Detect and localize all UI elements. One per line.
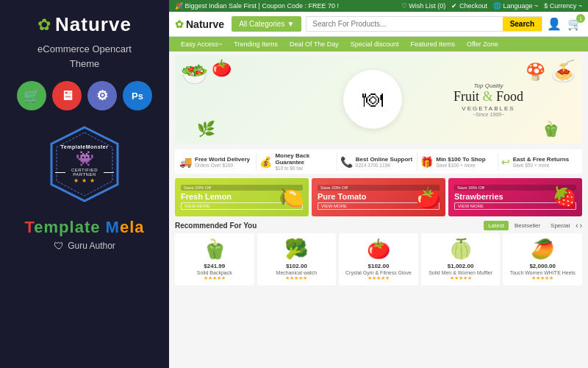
tab-special[interactable]: Special	[546, 221, 574, 230]
product-icon-2: 🍅	[343, 238, 414, 261]
header-nav: ✿ Naturve All Categories ▼ Search 👤 🛒 1	[169, 12, 588, 37]
feature-support-title: Best Online Support	[356, 156, 412, 163]
moneyback-icon: 💰	[259, 156, 272, 168]
product-icon-0: 🫑	[179, 238, 250, 261]
minshop-icon: 🎁	[420, 156, 433, 168]
feature-support: 📞 Best Online Support 0224 3700 1198	[340, 152, 417, 171]
guru-author-text: Guru Author	[68, 241, 115, 251]
product-card-4[interactable]: 🥭 $2,000.00 Touch Women WHITE Heels ★★★★…	[503, 233, 582, 286]
hero-banner: 🥗 🍅 🌿 🍽 🍝 🍄 🫑 Top Quality Fruit & Food V…	[175, 55, 582, 144]
strawberry-emoji: 🍓	[552, 185, 578, 210]
search-button[interactable]: Search	[503, 17, 542, 31]
badge-inner: TemplateMonster 👾 CERTIFIED PARTNER ★ ★ …	[55, 144, 114, 184]
feature-returns-title: East & Free Returns	[513, 156, 569, 163]
hero-tomatoes-icon: 🍅	[212, 59, 232, 78]
promo-text: 🎉 Biggest Indian Sale First | Coupon Cod…	[175, 2, 339, 10]
search-bar: Search	[306, 16, 542, 32]
tab-latest[interactable]: Latest	[484, 221, 509, 230]
lemon-emoji: 🍋	[279, 185, 304, 210]
product-price-3: $1,002.00	[426, 263, 496, 269]
product-name-4: Touch Women WHITE Heels	[507, 270, 578, 275]
product-icon-4: 🥭	[507, 238, 578, 261]
hero-pepper-icon: 🫑	[542, 120, 560, 138]
feature-moneyback-desc: $10 to $0 tax	[275, 166, 333, 171]
product-price-2: $102.00	[343, 263, 414, 269]
topbar-right: ♡ Wish List (0) ✔ Checkout 🌐 Language ~ …	[401, 2, 582, 10]
hero-main-title: Fruit & Food	[453, 89, 523, 105]
nav-logo-text: Naturve	[186, 18, 224, 30]
features-row: 🚚 Free World Delivery Orders Over $100 💰…	[175, 149, 582, 174]
template-monster-badge: TemplateMonster 👾 CERTIFIED PARTNER ★ ★ …	[48, 124, 121, 209]
catnav-item-1[interactable]: Trending Items	[228, 37, 284, 52]
feature-minshop-title: Min $100 To Shop	[436, 156, 485, 163]
tech-icon-row: 🛒 🖥 ⚙ Ps	[17, 81, 152, 110]
hero-herb-icon: 🌿	[197, 120, 215, 138]
hero-since-text: ~Since 1969~	[453, 111, 523, 116]
tm-t: T	[25, 218, 35, 236]
product-card-0[interactable]: 🫑 $241.99 Solid Backpack ★★★★★	[175, 233, 254, 286]
checkout-link[interactable]: ✔ Checkout	[451, 2, 487, 10]
promo-lemon: Save 20% Off Fresh Lemon VIEW MORE 🍋	[175, 178, 309, 216]
feature-minshop: 🎁 Min $100 To Shop Save $100 + more	[420, 152, 498, 171]
feature-support-desc: 0224 3700 1198	[356, 163, 412, 168]
product-name-0: Solid Backpack	[179, 270, 250, 275]
shield-icon: 🛡	[54, 240, 64, 252]
product-card-3[interactable]: 🍈 $1,002.00 Solid Men & Women Muffler ★★…	[421, 233, 501, 286]
feature-moneyback: 💰 Money Back Guarantee $10 to $0 tax	[259, 152, 337, 171]
feature-moneyback-text: Money Back Guarantee $10 to $0 tax	[275, 152, 333, 171]
hero-pasta-icon: 🍝	[551, 59, 576, 83]
catnav-item-3[interactable]: Special discount	[345, 37, 405, 52]
catnav-item-0[interactable]: Easy Access~	[175, 37, 228, 52]
catnav-item-5[interactable]: Offer Zone	[461, 37, 504, 52]
tm-m: M	[106, 218, 120, 236]
template-mela-logo: Template Mela	[25, 218, 145, 237]
catnav-item-4[interactable]: Featured Items	[404, 37, 461, 52]
feature-delivery-title: Free World Delivery	[195, 156, 250, 163]
feature-delivery-text: Free World Delivery Orders Over $100	[195, 156, 250, 168]
feature-delivery: 🚚 Free World Delivery Orders Over $100	[179, 152, 257, 171]
cart-icon-button[interactable]: 🛒 1	[567, 17, 582, 31]
hero-food-text: Food	[496, 89, 523, 104]
next-arrow-icon[interactable]: ›	[580, 222, 582, 230]
wishlist-link[interactable]: ♡ Wish List (0)	[401, 2, 446, 10]
promo-row: Save 20% Off Fresh Lemon VIEW MORE 🍋 Sav…	[175, 178, 582, 216]
hero-ampersand: &	[482, 89, 492, 104]
product-card-1[interactable]: 🥦 $102.00 Mechanical watch ★★★★★	[257, 233, 337, 286]
product-row: 🫑 $241.99 Solid Backpack ★★★★★ 🥦 $102.00…	[175, 233, 582, 286]
user-icon-button[interactable]: 👤	[547, 17, 562, 31]
hero-plate: 🍽	[343, 70, 402, 129]
sidebar-subtitle: eCommerce OpencartTheme	[37, 42, 132, 71]
search-input[interactable]	[306, 17, 502, 31]
star-rating: ★ ★ ★	[55, 177, 114, 184]
guru-author-label: 🛡 Guru Author	[54, 240, 115, 252]
monster-icon: 👾	[55, 149, 114, 167]
photoshop-icon: Ps	[123, 81, 152, 110]
sidebar-logo-text: Naturve	[55, 13, 132, 36]
feature-returns-desc: Save $50 + more	[513, 163, 569, 168]
feature-delivery-desc: Orders Over $100	[195, 163, 250, 168]
recommended-section: Recommended For You Latest Bestseller Sp…	[175, 221, 582, 286]
certified-partner-text: CERTIFIED PARTNER	[55, 168, 114, 177]
support-icon: 📞	[340, 156, 353, 168]
catnav-item-2[interactable]: Deal Of The Day	[284, 37, 345, 52]
category-nav: Easy Access~ Trending Items Deal Of The …	[169, 37, 588, 52]
feature-returns: ↩ East & Free Returns Save $50 + more	[501, 152, 578, 171]
hero-top-quality: Top Quality	[453, 82, 523, 89]
feature-moneyback-title: Money Back Guarantee	[275, 152, 333, 166]
product-card-2[interactable]: 🍅 $102.00 Crystal Gym & Fitness Glove ★★…	[339, 233, 418, 286]
prev-arrow-icon[interactable]: ‹	[576, 222, 578, 230]
layers-icon: ⚙	[87, 81, 117, 110]
promo-tomato: Save 20% Off Pure Tomato VIEW MORE 🍅	[312, 178, 445, 216]
top-bar: 🎉 Biggest Indian Sale First | Coupon Cod…	[169, 0, 588, 12]
product-name-1: Mechanical watch	[262, 270, 332, 275]
promo-strawberry: Save 30% Off Strawberries VIEW MORE 🍓	[448, 178, 582, 216]
language-selector[interactable]: 🌐 Language ~	[493, 2, 538, 10]
leaf-icon: ✿	[37, 15, 51, 35]
all-categories-button[interactable]: All Categories ▼	[232, 16, 301, 32]
feature-minshop-desc: Save $100 + more	[436, 163, 485, 168]
hero-veg-left-icon: 🥗	[181, 61, 208, 87]
tab-bestseller[interactable]: Bestseller	[510, 221, 545, 230]
hero-mushroom-icon: 🍄	[526, 63, 545, 82]
currency-selector[interactable]: $ Currency ~	[544, 2, 582, 10]
main-content: 🎉 Biggest Indian Sale First | Coupon Cod…	[169, 0, 588, 368]
